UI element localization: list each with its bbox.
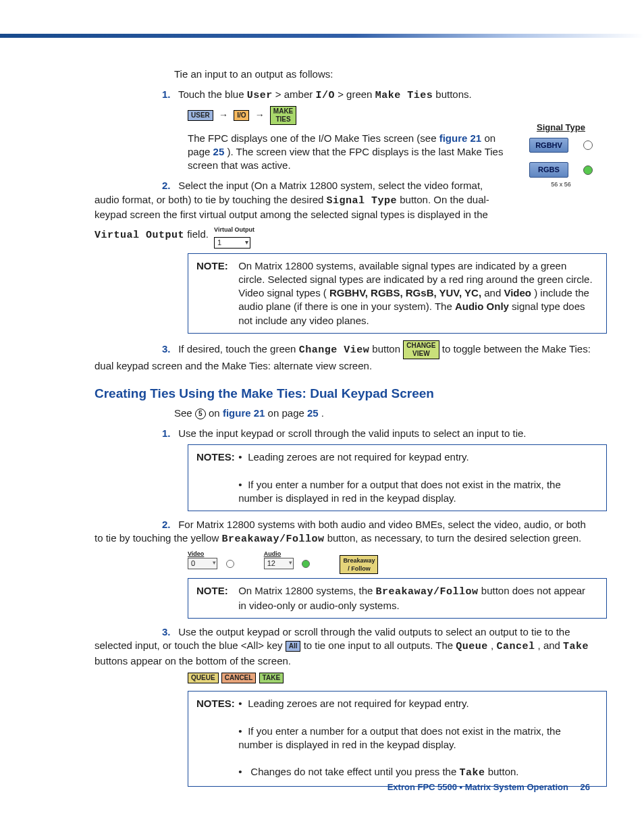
io-button[interactable]: I/O bbox=[234, 110, 249, 121]
arrow-icon: → bbox=[255, 109, 265, 120]
notes-box-d: NOTES: •Leading zeroes are not required … bbox=[188, 691, 607, 787]
breakaway-follow-button[interactable]: Breakaway / Follow bbox=[340, 555, 378, 574]
notes-box-b: NOTES: •Leading zeroes are not required … bbox=[188, 444, 607, 511]
note-box-signal: NOTE: On Matrix 12800 systems, available… bbox=[188, 253, 607, 334]
signal-size: 56 x 56 bbox=[529, 180, 593, 188]
change-view-button[interactable]: CHANGE VIEW bbox=[403, 340, 439, 359]
see-ref: See 5 on figure 21 on page 25 . bbox=[174, 407, 593, 420]
dstep-2: 2. For Matrix 12800 systems with both au… bbox=[95, 518, 593, 547]
video-circle bbox=[226, 560, 234, 568]
step-2: 2. Select the input (On a Matrix 12800 s… bbox=[95, 179, 500, 249]
arrow-icon: → bbox=[219, 109, 228, 120]
circled-number-icon: 5 bbox=[195, 409, 206, 419]
step-1: 1. Touch the blue User > amber I/O > gre… bbox=[95, 88, 593, 103]
dstep-3: 3. Use the output keypad or scroll throu… bbox=[95, 625, 593, 668]
note-box-c: NOTE: On Matrix 12800 systems, the Break… bbox=[188, 578, 607, 619]
status-circle bbox=[583, 140, 593, 150]
step-1-after: The FPC displays one of the I/O Make Tie… bbox=[188, 132, 512, 173]
step-number: 3. bbox=[162, 342, 174, 356]
step-number: 2. bbox=[162, 179, 174, 192]
section-heading: Creating Ties Using the Make Ties: Dual … bbox=[95, 385, 593, 402]
step-3: 3. If desired, touch the green Change Vi… bbox=[95, 340, 593, 373]
take-button[interactable]: TAKE bbox=[259, 673, 284, 683]
status-circle-green bbox=[583, 165, 593, 175]
rgbs-button[interactable]: RGBS bbox=[529, 162, 568, 178]
page-footer: Extron FPC 5500 • Matrix System Operatio… bbox=[387, 781, 590, 793]
audio-circle bbox=[302, 560, 310, 568]
video-field[interactable]: 0 bbox=[188, 558, 217, 569]
user-button[interactable]: USER bbox=[188, 110, 213, 121]
av-widget: Video 0 Audio 12 Breakaway / Follow bbox=[188, 550, 593, 574]
dstep-1: 1. Use the input keypad or scroll throug… bbox=[95, 427, 593, 440]
virtual-output-widget: Virtual Output 1 bbox=[214, 221, 254, 249]
virtual-output-field[interactable]: 1 bbox=[214, 237, 250, 249]
queue-button[interactable]: QUEUE bbox=[188, 673, 219, 683]
document-body: Tie an input to an output as follows: 1.… bbox=[95, 68, 593, 793]
signal-type-title: Signal Type bbox=[529, 122, 593, 134]
make-ties-button[interactable]: MAKE TIES bbox=[270, 106, 296, 125]
bottom-buttons: QUEUE CANCEL TAKE bbox=[188, 671, 593, 684]
signal-type-widget: Signal Type RGBHV RGBS 56 x 56 bbox=[529, 122, 593, 188]
page-top-accent bbox=[0, 34, 644, 38]
audio-field[interactable]: 12 bbox=[264, 558, 294, 569]
intro-text: Tie an input to an output as follows: bbox=[174, 68, 593, 81]
cancel-button[interactable]: CANCEL bbox=[221, 673, 257, 683]
rgbhv-button[interactable]: RGBHV bbox=[529, 138, 568, 153]
step-number: 1. bbox=[162, 88, 174, 101]
all-button[interactable]: All bbox=[286, 641, 301, 652]
